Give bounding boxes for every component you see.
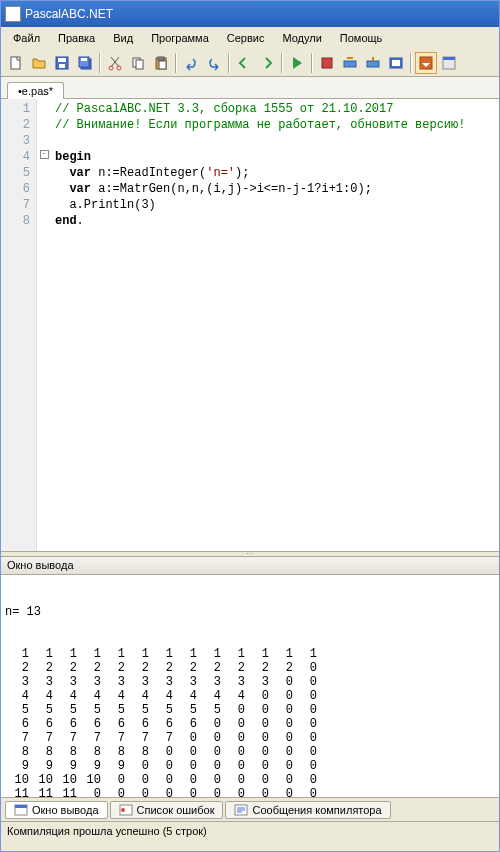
svg-rect-12 — [158, 57, 164, 60]
compile-button[interactable] — [385, 52, 407, 74]
svg-rect-0 — [11, 57, 20, 69]
svg-rect-3 — [59, 64, 65, 68]
toolbar-separator — [281, 53, 283, 73]
fold-toggle-icon[interactable]: - — [40, 150, 49, 159]
step-over-button[interactable] — [339, 52, 361, 74]
toolbar-separator — [410, 53, 412, 73]
svg-rect-23 — [15, 805, 27, 808]
new-file-button[interactable] — [5, 52, 27, 74]
tab-errors[interactable]: Список ошибок — [110, 801, 224, 819]
code-keyword: var — [69, 166, 91, 180]
toolbar — [1, 49, 499, 77]
redo-button[interactable] — [203, 52, 225, 74]
svg-rect-14 — [322, 58, 332, 68]
svg-rect-18 — [392, 60, 400, 66]
menu-service[interactable]: Сервис — [219, 30, 273, 46]
toolbar-separator — [311, 53, 313, 73]
output-header: Окно вывода — [1, 557, 499, 575]
bottom-tabs: Окно вывода Список ошибок Сообщения комп… — [1, 797, 499, 821]
stop-button[interactable] — [316, 52, 338, 74]
code-keyword: var — [69, 182, 91, 196]
svg-rect-21 — [443, 57, 455, 60]
menu-modules[interactable]: Модули — [274, 30, 329, 46]
svg-rect-16 — [367, 61, 379, 67]
code-comment: // PascalABC.NET 3.3, сборка 1555 от 21.… — [55, 102, 393, 116]
save-button[interactable] — [51, 52, 73, 74]
app-icon — [5, 6, 21, 22]
nav-forward-button[interactable] — [256, 52, 278, 74]
form-designer-button[interactable] — [438, 52, 460, 74]
output-icon — [14, 804, 28, 816]
step-into-button[interactable] — [362, 52, 384, 74]
output-matrix: 1111111111111222222222222033333333333004… — [5, 647, 495, 797]
tab-messages[interactable]: Сообщения компилятора — [225, 801, 390, 819]
svg-rect-2 — [58, 58, 66, 62]
output-window-button[interactable] — [415, 52, 437, 74]
menubar: Файл Правка Вид Программа Сервис Модули … — [1, 27, 499, 49]
output-panel[interactable]: n= 13 1111111111111222222222222033333333… — [1, 575, 499, 797]
fold-column: - — [37, 99, 51, 551]
nav-back-button[interactable] — [233, 52, 255, 74]
copy-button[interactable] — [127, 52, 149, 74]
save-all-button[interactable] — [74, 52, 96, 74]
code-string: 'n=' — [206, 166, 235, 180]
code-area[interactable]: // PascalABC.NET 3.3, сборка 1555 от 21.… — [51, 99, 499, 551]
svg-rect-15 — [344, 61, 356, 67]
titlebar: PascalABC.NET — [1, 1, 499, 27]
code-comment: // Внимание! Если программа не работает,… — [55, 118, 465, 132]
undo-button[interactable] — [180, 52, 202, 74]
toolbar-separator — [228, 53, 230, 73]
svg-rect-6 — [81, 58, 87, 61]
run-button[interactable] — [286, 52, 308, 74]
code-editor[interactable]: 12345678 - // PascalABC.NET 3.3, сборка … — [1, 99, 499, 551]
paste-button[interactable] — [150, 52, 172, 74]
errors-icon — [119, 804, 133, 816]
menu-help[interactable]: Помощь — [332, 30, 391, 46]
cut-button[interactable] — [104, 52, 126, 74]
statusbar: Компиляция прошла успешно (5 строк) — [1, 821, 499, 841]
code-keyword: end — [55, 214, 77, 228]
toolbar-separator — [99, 53, 101, 73]
tab-output[interactable]: Окно вывода — [5, 801, 108, 819]
messages-icon — [234, 804, 248, 816]
toolbar-separator — [175, 53, 177, 73]
svg-rect-13 — [159, 61, 166, 69]
file-tab[interactable]: •e.pas* — [7, 82, 64, 99]
menu-view[interactable]: Вид — [105, 30, 141, 46]
menu-program[interactable]: Программа — [143, 30, 217, 46]
svg-point-25 — [121, 808, 125, 812]
menu-file[interactable]: Файл — [5, 30, 48, 46]
open-file-button[interactable] — [28, 52, 50, 74]
svg-rect-10 — [136, 60, 143, 69]
menu-edit[interactable]: Правка — [50, 30, 103, 46]
window-title: PascalABC.NET — [25, 7, 113, 21]
tab-strip: •e.pas* — [1, 77, 499, 99]
line-gutter: 12345678 — [1, 99, 37, 551]
output-prompt: n= 13 — [5, 605, 495, 619]
code-keyword: begin — [55, 150, 91, 164]
